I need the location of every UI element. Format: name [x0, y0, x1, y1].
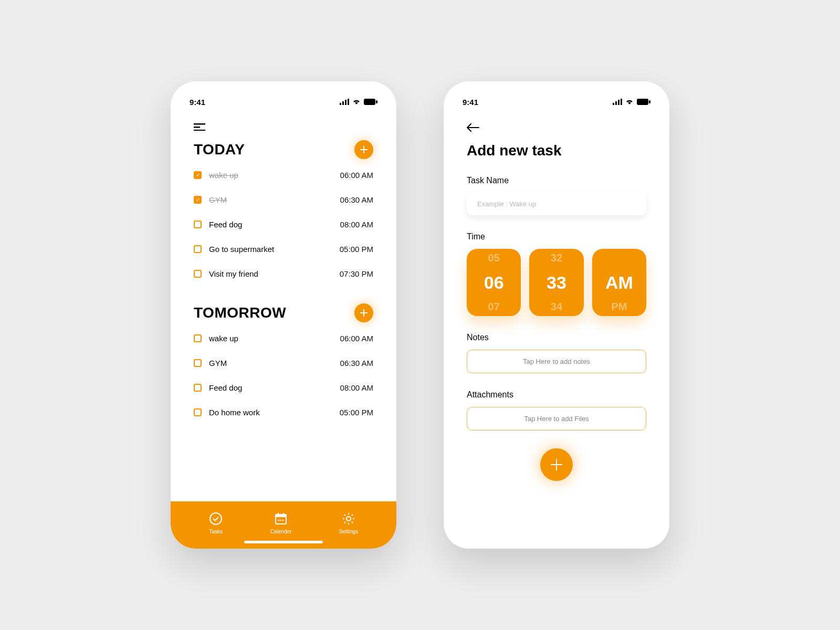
task-time: 08:00 AM [340, 383, 373, 392]
svg-rect-8 [194, 130, 205, 131]
ampm-current: AM [605, 272, 633, 293]
svg-rect-12 [278, 513, 279, 516]
status-icons [613, 99, 650, 105]
svg-rect-2 [345, 100, 346, 105]
status-bar: 9:41 [171, 94, 396, 110]
tomorrow-task-list: wake up 06:00 AM GYM 06:30 AM Feed dog 0… [194, 334, 373, 417]
nav-label: Tasks [209, 529, 223, 534]
task-checkbox[interactable] [194, 270, 202, 278]
task-label: Go to supermarket [209, 245, 274, 254]
task-row[interactable]: Do home work 05:00 PM [194, 408, 373, 417]
task-label: wake up [209, 171, 238, 180]
task-checkbox[interactable]: ✓ [194, 196, 202, 204]
bottom-nav: Tasks Calender Settings [171, 501, 396, 549]
minute-wheel[interactable]: 32 33 34 [529, 249, 583, 316]
plus-icon [360, 309, 368, 317]
task-label: Feed dog [209, 220, 242, 229]
add-attachments-button[interactable]: Tap Here to add Files [467, 407, 646, 430]
task-row[interactable]: GYM 06:30 AM [194, 359, 373, 368]
battery-icon [637, 99, 650, 105]
battery-icon [364, 99, 377, 105]
minute-current: 33 [547, 272, 566, 293]
svg-rect-23 [649, 100, 650, 103]
ampm-wheel[interactable]: AM PM [592, 249, 646, 316]
today-task-list: ✓wake up 06:00 AM ✓GYM 06:30 AM Feed dog… [194, 171, 373, 278]
menu-button[interactable] [194, 123, 373, 131]
svg-rect-5 [376, 100, 377, 103]
svg-rect-11 [276, 514, 286, 517]
plus-icon [551, 459, 562, 470]
home-indicator [244, 541, 323, 543]
status-icons [340, 99, 377, 105]
plus-icon [360, 146, 368, 153]
gear-icon [342, 512, 355, 526]
task-label: Feed dog [209, 383, 242, 392]
svg-rect-3 [348, 99, 349, 105]
wifi-icon [625, 99, 634, 105]
hour-current: 06 [484, 272, 504, 293]
task-time: 05:00 PM [340, 408, 373, 417]
svg-rect-20 [618, 100, 620, 105]
nav-label: Calender [270, 529, 292, 534]
hour-wheel[interactable]: 05 06 07 [467, 249, 521, 316]
svg-rect-0 [340, 103, 341, 105]
task-checkbox[interactable] [194, 334, 202, 342]
task-row[interactable]: Visit my friend 07:30 PM [194, 269, 373, 278]
task-time: 08:00 AM [340, 220, 373, 229]
task-label: Visit my friend [209, 269, 258, 278]
add-notes-button[interactable]: Tap Here to add notes [467, 350, 646, 373]
task-checkbox[interactable] [194, 359, 202, 367]
task-row[interactable]: ✓GYM 06:30 AM [194, 195, 373, 204]
nav-tasks[interactable]: Tasks [209, 512, 223, 534]
task-checkbox[interactable] [194, 408, 202, 416]
hour-prev: 05 [488, 252, 500, 264]
add-task-tomorrow-button[interactable] [354, 303, 373, 322]
nav-settings[interactable]: Settings [339, 512, 358, 534]
task-checkbox[interactable]: ✓ [194, 171, 202, 179]
phone-tasks-list: 9:41 TODAY ✓wake up 06:00 AM ✓GYM 06:30 … [171, 81, 396, 549]
wifi-icon [352, 99, 361, 105]
minute-next: 34 [551, 301, 562, 313]
status-time: 9:41 [190, 98, 205, 107]
task-time: 05:00 PM [340, 245, 373, 254]
svg-rect-7 [194, 127, 200, 128]
task-name-input[interactable] [467, 193, 646, 215]
time-label: Time [467, 232, 646, 242]
task-checkbox[interactable] [194, 245, 202, 253]
minute-prev: 32 [551, 252, 562, 264]
cellular-icon [340, 99, 349, 105]
ampm-next: PM [611, 301, 627, 313]
status-time: 9:41 [463, 98, 478, 107]
task-row[interactable]: Feed dog 08:00 AM [194, 383, 373, 392]
notes-label: Notes [467, 333, 646, 342]
task-label: GYM [209, 195, 227, 204]
check-circle-icon [209, 512, 223, 526]
section-title-today: TODAY [194, 141, 245, 158]
task-row[interactable]: ✓wake up 06:00 AM [194, 171, 373, 180]
task-checkbox[interactable] [194, 384, 202, 392]
svg-point-16 [282, 519, 284, 521]
section-title-tomorrow: TOMORROW [194, 304, 286, 321]
add-task-today-button[interactable] [354, 140, 373, 159]
nav-calendar[interactable]: Calender [270, 512, 292, 534]
task-time: 06:00 AM [340, 334, 373, 343]
status-bar: 9:41 [444, 94, 669, 110]
svg-rect-4 [364, 99, 375, 105]
task-row[interactable]: wake up 06:00 AM [194, 334, 373, 343]
svg-rect-22 [637, 99, 648, 105]
task-time: 06:00 AM [340, 171, 373, 180]
task-time: 06:30 AM [340, 195, 373, 204]
task-checkbox[interactable] [194, 220, 202, 228]
svg-rect-19 [615, 101, 617, 105]
svg-point-14 [278, 519, 280, 521]
nav-label: Settings [339, 529, 358, 534]
task-label: wake up [209, 334, 238, 343]
svg-rect-18 [613, 103, 614, 105]
time-picker: 05 06 07 32 33 34 AM PM [467, 249, 646, 316]
task-row[interactable]: Go to supermarket 05:00 PM [194, 245, 373, 254]
attachments-label: Attachments [467, 390, 646, 400]
hour-next: 07 [488, 301, 500, 313]
submit-task-button[interactable] [540, 448, 573, 481]
task-row[interactable]: Feed dog 08:00 AM [194, 220, 373, 229]
back-button[interactable] [467, 123, 646, 132]
